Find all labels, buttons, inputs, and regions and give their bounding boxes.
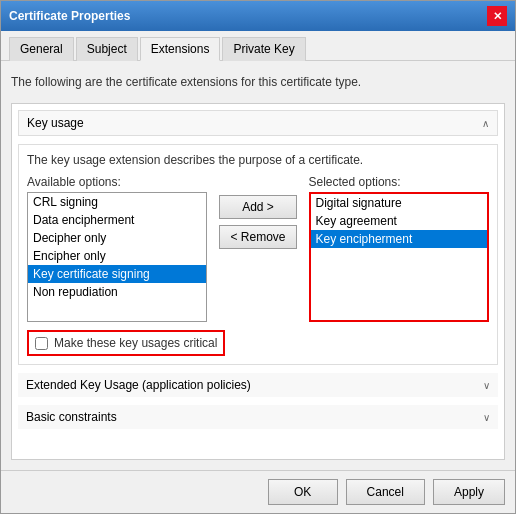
extended-key-usage-title: Extended Key Usage (application policies…: [26, 378, 251, 392]
selected-list-item[interactable]: Key agreement: [311, 212, 487, 230]
selected-list-item[interactable]: Digital signature: [311, 194, 487, 212]
list-item[interactable]: Encipher only: [28, 247, 206, 265]
critical-checkbox[interactable]: [35, 337, 48, 350]
cancel-button[interactable]: Cancel: [346, 479, 425, 505]
basic-constraints-header[interactable]: Basic constraints ∨: [18, 405, 498, 429]
list-item[interactable]: Data encipherment: [28, 211, 206, 229]
extended-key-usage-header[interactable]: Extended Key Usage (application policies…: [18, 373, 498, 397]
tab-private-key[interactable]: Private Key: [222, 37, 305, 61]
tab-description: The following are the certificate extens…: [11, 71, 505, 93]
key-usage-section: The key usage extension describes the pu…: [18, 144, 498, 365]
window-title: Certificate Properties: [9, 9, 130, 23]
list-item[interactable]: Non repudiation: [28, 283, 206, 301]
extensions-scroll-area: Key usage ∧ The key usage extension desc…: [11, 103, 505, 460]
tab-subject[interactable]: Subject: [76, 37, 138, 61]
list-item[interactable]: Decipher only: [28, 229, 206, 247]
add-remove-buttons: Add > < Remove: [215, 175, 300, 249]
ok-button[interactable]: OK: [268, 479, 338, 505]
basic-constraints-title: Basic constraints: [26, 410, 117, 424]
close-button[interactable]: ✕: [487, 6, 507, 26]
list-item-selected[interactable]: Key certificate signing: [28, 265, 206, 283]
selected-options-listbox[interactable]: Digital signature Key agreement Key enci…: [309, 192, 489, 322]
critical-label[interactable]: Make these key usages critical: [54, 336, 217, 350]
add-button[interactable]: Add >: [219, 195, 296, 219]
list-item[interactable]: CRL signing: [28, 193, 206, 211]
selected-list-item-active[interactable]: Key encipherment: [311, 230, 487, 248]
remove-button[interactable]: < Remove: [219, 225, 296, 249]
content-area: The following are the certificate extens…: [1, 61, 515, 470]
key-usage-header[interactable]: Key usage ∧: [18, 110, 498, 136]
tabs-bar: General Subject Extensions Private Key: [1, 31, 515, 61]
available-options-listbox[interactable]: CRL signing Data encipherment Decipher o…: [27, 192, 207, 322]
key-usage-title: Key usage: [27, 116, 84, 130]
critical-key-usage-container: Make these key usages critical: [27, 330, 225, 356]
basic-constraints-chevron-icon: ∨: [483, 412, 490, 423]
available-options-panel: Available options: CRL signing Data enci…: [27, 175, 207, 322]
certificate-properties-window: Certificate Properties ✕ General Subject…: [0, 0, 516, 514]
apply-button[interactable]: Apply: [433, 479, 505, 505]
bottom-buttons-bar: OK Cancel Apply: [1, 470, 515, 513]
selected-label: Selected options:: [309, 175, 489, 189]
tab-general[interactable]: General: [9, 37, 74, 61]
key-usage-description: The key usage extension describes the pu…: [27, 153, 489, 167]
selected-options-panel: Selected options: Digital signature Key …: [309, 175, 489, 322]
title-bar: Certificate Properties ✕: [1, 1, 515, 31]
extended-key-usage-chevron-icon: ∨: [483, 380, 490, 391]
key-usage-chevron-icon: ∧: [482, 118, 489, 129]
tab-extensions[interactable]: Extensions: [140, 37, 221, 61]
available-label: Available options:: [27, 175, 207, 189]
options-container: Available options: CRL signing Data enci…: [27, 175, 489, 322]
